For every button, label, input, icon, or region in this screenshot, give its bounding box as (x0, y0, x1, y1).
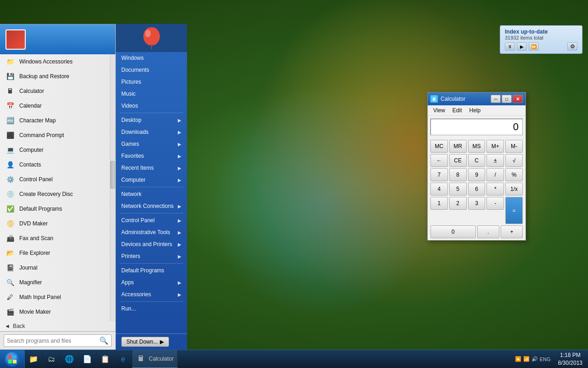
place-item-music[interactable]: Music (116, 88, 187, 100)
place-item-devices-printers[interactable]: Devices and Printers ▶ (116, 238, 187, 250)
program-item-command-prompt[interactable]: ⬛ Command Prompt (0, 128, 110, 143)
program-label-math-input: Math Input Panel (19, 294, 61, 300)
program-item-file-explorer[interactable]: 📂 File Explorer (0, 246, 110, 260)
calc-ms-button[interactable]: MS (468, 140, 486, 153)
calc-percent-button[interactable]: % (505, 168, 523, 181)
start-button[interactable] (0, 350, 25, 368)
taskbar-item-app5[interactable]: 📋 (96, 350, 114, 368)
calc-maximize-button[interactable]: □ (502, 95, 512, 103)
program-item-control-panel[interactable]: ⚙️ Control Panel (0, 172, 110, 187)
place-item-network[interactable]: Network (116, 188, 187, 200)
calc-decimal-button[interactable]: . (477, 225, 499, 238)
calc-mr-button[interactable]: MR (449, 140, 467, 153)
program-icon-default-programs: ✅ (5, 203, 16, 214)
program-item-calculator[interactable]: 🖩 Calculator (0, 84, 110, 98)
program-item-calendar[interactable]: 📅 Calendar (0, 98, 110, 113)
place-item-desktop[interactable]: Desktop ▶ (116, 114, 187, 126)
calc-close-button[interactable]: ✕ (513, 95, 523, 103)
place-item-favorites[interactable]: Favorites ▶ (116, 150, 187, 162)
notification-icon-2[interactable]: 📶 (523, 356, 530, 362)
calc-0-button[interactable]: 0 (430, 225, 476, 238)
calc-9-button[interactable]: 9 (468, 168, 486, 181)
calc-6-button[interactable]: 6 (468, 183, 486, 196)
calc-4-button[interactable]: 4 (430, 183, 448, 196)
program-item-create-recovery[interactable]: 💿 Create Recovery Disc (0, 187, 110, 201)
index-settings-button[interactable]: ⚙ (567, 42, 577, 51)
calc-menu-help[interactable]: Help (465, 106, 484, 115)
place-item-default-programs2[interactable]: Default Programs (116, 264, 187, 276)
place-item-documents[interactable]: Documents (116, 64, 187, 76)
calc-menu-edit[interactable]: Edit (449, 106, 466, 115)
language-indicator[interactable]: ENG (540, 356, 551, 362)
back-button[interactable]: ◄ Back (0, 321, 115, 331)
calc-backspace-button[interactable]: ← (430, 154, 448, 167)
place-item-printers[interactable]: Printers ▶ (116, 250, 187, 262)
notification-icon-3[interactable]: 🔊 (531, 356, 538, 362)
program-item-movie-maker[interactable]: 🎬 Movie Maker (0, 305, 110, 319)
calc-ce-button[interactable]: CE (449, 154, 467, 167)
clock[interactable]: 1:18 PM 8/30/2013 (554, 351, 586, 367)
program-item-dvd-maker[interactable]: 📀 DVD Maker (0, 216, 110, 231)
calc-reciprocal-button[interactable]: 1/x (505, 183, 523, 196)
calc-8-button[interactable]: 8 (449, 168, 467, 181)
taskbar-item-network[interactable]: 🌐 (61, 350, 79, 368)
taskbar-item-folders[interactable]: 🗂 (43, 350, 61, 368)
place-item-apps[interactable]: Apps ▶ (116, 276, 187, 288)
place-item-accessories[interactable]: Accessories ▶ (116, 288, 187, 300)
program-label-windows-accessories: Windows Accessories (19, 58, 73, 65)
index-fastforward-button[interactable]: ⏩ (529, 42, 539, 51)
place-item-windows[interactable]: Windows (116, 52, 187, 64)
taskbar-item-file-manager[interactable]: 📁 (25, 350, 43, 368)
program-item-contacts[interactable]: 👤 Contacts (0, 157, 110, 172)
program-item-character-map[interactable]: 🔤 Character Map (0, 113, 110, 128)
program-item-fax-scan[interactable]: 📠 Fax and Scan (0, 231, 110, 246)
place-item-computer[interactable]: Computer ▶ (116, 174, 187, 186)
place-item-pictures[interactable]: Pictures (116, 76, 187, 88)
shutdown-button[interactable]: Shut Down... ▶ (121, 337, 169, 347)
calc-clear-button[interactable]: C (468, 154, 486, 167)
place-item-run[interactable]: Run... (116, 303, 187, 315)
program-item-backup-restore[interactable]: 💾 Backup and Restore (0, 69, 110, 84)
place-item-videos[interactable]: Videos (116, 100, 187, 112)
calc-minus-button[interactable]: - (486, 197, 504, 210)
calc-mminus-button[interactable]: M- (505, 140, 523, 153)
windows-logo-icon (8, 355, 17, 363)
calc-minimize-button[interactable]: ─ (491, 95, 501, 103)
taskbar-item-calculator[interactable]: 🖩 Calculator (132, 350, 178, 368)
program-item-computer[interactable]: 💻 Computer (0, 143, 110, 157)
program-item-journal[interactable]: 📓 Journal (0, 260, 110, 275)
program-scrollbar[interactable] (110, 54, 115, 321)
place-item-control-panel[interactable]: Control Panel ▶ (116, 214, 187, 226)
program-item-windows-accessories[interactable]: 📁 Windows Accessories (0, 54, 110, 69)
calc-3-button[interactable]: 3 (468, 197, 486, 210)
place-item-games[interactable]: Games ▶ (116, 138, 187, 150)
notification-icon-1[interactable]: 🔼 (515, 356, 521, 362)
calc-multiply-button[interactable]: * (486, 183, 504, 196)
place-item-downloads[interactable]: Downloads ▶ (116, 126, 187, 138)
taskbar-item-ie[interactable]: e (114, 350, 132, 368)
calc-1-button[interactable]: 1 (430, 197, 448, 210)
program-item-math-input[interactable]: 🖊 Math Input Panel (0, 290, 110, 305)
calc-7-button[interactable]: 7 (430, 168, 448, 181)
calc-2-button[interactable]: 2 (449, 197, 467, 210)
place-item-network-connections[interactable]: Network Connections ▶ (116, 200, 187, 212)
place-item-recent-items[interactable]: Recent Items ▶ (116, 162, 187, 174)
program-item-magnifier[interactable]: 🔍 Magnifier (0, 275, 110, 290)
calc-sqrt-button[interactable]: √ (505, 154, 523, 167)
calc-equals-button[interactable]: = (505, 197, 523, 224)
taskbar-item-pdf[interactable]: 📄 (79, 350, 96, 368)
calc-plusminus-button[interactable]: ± (486, 154, 504, 167)
calc-plus-button[interactable]: + (501, 225, 523, 238)
search-box[interactable]: 🔍 (4, 334, 112, 347)
calc-mplus-button[interactable]: M+ (486, 140, 504, 153)
calc-menu-view[interactable]: View (430, 106, 449, 115)
index-play-button[interactable]: ▶ (517, 42, 527, 51)
program-item-narrator[interactable]: 🔊 Narrator (0, 319, 110, 321)
calc-5-button[interactable]: 5 (449, 183, 467, 196)
index-pause-button[interactable]: ⏸ (505, 42, 515, 51)
program-item-default-programs[interactable]: ✅ Default Programs (0, 201, 110, 216)
place-item-admin-tools[interactable]: Administrative Tools ▶ (116, 226, 187, 238)
calc-divide-button[interactable]: / (486, 168, 504, 181)
search-input[interactable] (7, 338, 97, 344)
calc-mc-button[interactable]: MC (430, 140, 448, 153)
